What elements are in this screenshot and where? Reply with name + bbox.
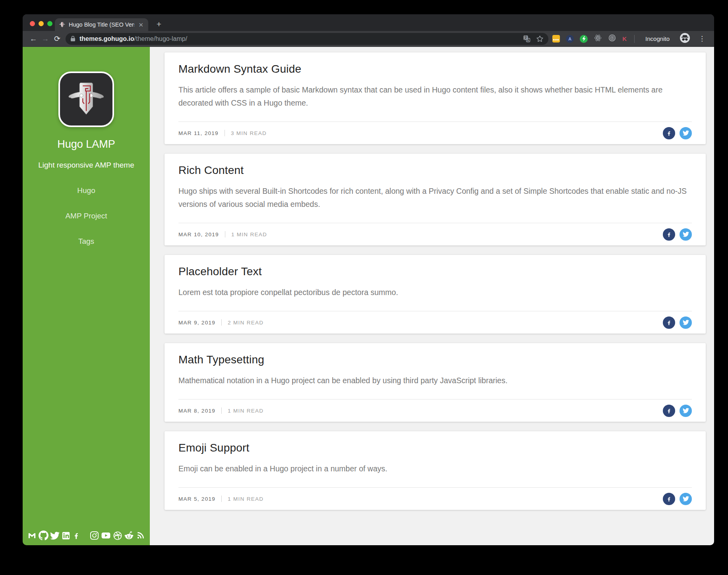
dribbble-icon[interactable] <box>113 531 122 540</box>
twitter-share-button[interactable] <box>680 493 692 505</box>
facebook-icon[interactable] <box>72 532 80 540</box>
post-title[interactable]: Rich Content <box>178 164 692 177</box>
post-card: Emoji Support Emoji can be enabled in a … <box>165 431 706 510</box>
sidebar-item-amp-project[interactable]: AMP Project <box>23 212 150 220</box>
close-tab-icon[interactable]: ✕ <box>137 21 144 29</box>
tab-bar: Hugo Blog Title (SEO Version) ✕ + <box>23 14 714 31</box>
post-read-time: 3 MIN READ <box>231 130 267 136</box>
back-button[interactable]: ← <box>27 33 39 45</box>
post-card: Placeholder Text Lorem est tota propiore… <box>165 255 706 334</box>
post-date: MAR 10, 2019 <box>178 232 219 237</box>
zoom-window-button[interactable] <box>47 21 52 26</box>
post-title[interactable]: Placeholder Text <box>178 265 692 278</box>
incognito-badge-icon <box>680 33 690 45</box>
meta-separator <box>225 231 225 237</box>
sidebar-item-hugo[interactable]: Hugo <box>23 186 150 195</box>
twitter-share-button[interactable] <box>680 127 692 139</box>
incognito-label: Incognito <box>645 35 670 42</box>
post-title[interactable]: Markdown Syntax Guide <box>178 63 692 75</box>
facebook-share-button[interactable] <box>663 127 675 139</box>
post-list: Markdown Syntax Guide This article offer… <box>150 47 714 545</box>
twitter-share-button[interactable] <box>680 316 692 329</box>
post-read-time: 1 MIN READ <box>228 496 263 502</box>
active-tab[interactable]: Hugo Blog Title (SEO Version) ✕ <box>55 18 148 31</box>
url-text: themes.gohugo.io/theme/hugo-lamp/ <box>79 35 187 42</box>
post-meta: MAR 5, 2019 1 MIN READ <box>178 488 692 510</box>
post-date: MAR 9, 2019 <box>178 320 215 326</box>
site-title: Hugo LAMP <box>23 138 150 151</box>
post-date: MAR 11, 2019 <box>178 130 219 136</box>
linkedin-icon[interactable] <box>62 531 70 540</box>
meta-separator <box>221 319 222 326</box>
translate-icon[interactable]: 文 A <box>523 35 531 42</box>
github-icon[interactable] <box>39 531 48 540</box>
minimize-window-button[interactable] <box>39 21 44 26</box>
browser-menu-icon[interactable]: ⋮ <box>696 35 708 43</box>
post-meta: MAR 10, 2019 1 MIN READ <box>178 223 692 245</box>
url-host: themes.gohugo.io <box>79 35 134 42</box>
close-window-button[interactable] <box>30 21 35 26</box>
rss-icon[interactable] <box>136 531 145 540</box>
bookmark-star-icon[interactable] <box>536 35 544 42</box>
social-links <box>23 531 150 540</box>
lock-icon <box>70 36 76 42</box>
toolbar-separator <box>634 35 635 43</box>
post-excerpt: Lorem est tota propiore conpellat pector… <box>178 286 692 299</box>
extension-a-icon[interactable]: A <box>566 35 574 43</box>
post-meta: MAR 11, 2019 3 MIN READ <box>178 122 692 144</box>
post-meta: MAR 8, 2019 1 MIN READ <box>178 399 692 422</box>
post-read-time: 1 MIN READ <box>228 408 263 414</box>
new-tab-button[interactable]: + <box>153 18 165 30</box>
post-excerpt: This article offers a sample of basic Ma… <box>178 83 692 110</box>
post-read-time: 2 MIN READ <box>228 320 263 326</box>
twitter-share-button[interactable] <box>680 228 692 241</box>
twitter-icon[interactable] <box>50 531 60 540</box>
sidebar-nav: Hugo AMP Project Tags <box>23 186 150 246</box>
twitter-share-button[interactable] <box>680 405 692 417</box>
forward-button[interactable]: → <box>39 33 51 45</box>
post-card: Rich Content Hugo ships with several Bui… <box>165 154 706 245</box>
svg-text:A: A <box>527 39 530 42</box>
extension-k-icon[interactable]: K <box>622 35 627 42</box>
lamp-favicon <box>59 21 66 28</box>
address-bar[interactable]: themes.gohugo.io/theme/hugo-lamp/ 文 A <box>66 33 548 45</box>
youtube-icon[interactable] <box>101 531 111 540</box>
facebook-share-button[interactable] <box>663 493 675 505</box>
tab-title: Hugo Blog Title (SEO Version) <box>69 21 134 28</box>
browser-toolbar: ← → ⟳ themes.gohugo.io/theme/hugo-lamp/ … <box>23 31 714 47</box>
post-meta: MAR 9, 2019 2 MIN READ <box>178 311 692 334</box>
extensions-area: ••• A <box>552 33 708 45</box>
post-date: MAR 5, 2019 <box>178 496 215 502</box>
instagram-icon[interactable] <box>90 531 99 540</box>
page-body: Hugo LAMP Light responsive AMP theme Hug… <box>23 47 714 545</box>
post-title[interactable]: Emoji Support <box>178 442 692 454</box>
extension-atom-icon[interactable] <box>594 34 602 44</box>
post-read-time: 1 MIN READ <box>231 232 267 237</box>
facebook-share-button[interactable] <box>663 228 675 241</box>
facebook-share-button[interactable] <box>663 316 675 329</box>
reddit-icon[interactable] <box>124 531 134 540</box>
url-path: /theme/hugo-lamp/ <box>134 35 187 42</box>
facebook-share-button[interactable] <box>663 405 675 417</box>
window-controls <box>30 21 52 26</box>
site-subtitle: Light responsive AMP theme <box>23 161 150 170</box>
post-excerpt: Hugo ships with several Built-in Shortco… <box>178 185 692 211</box>
meta-separator <box>221 407 222 414</box>
site-logo[interactable] <box>58 71 114 127</box>
extension-bolt-icon[interactable] <box>580 35 588 43</box>
lamp-logo-icon <box>66 79 107 120</box>
sidebar: Hugo LAMP Light responsive AMP theme Hug… <box>23 47 150 545</box>
reload-button[interactable]: ⟳ <box>51 33 63 45</box>
email-icon[interactable] <box>27 531 37 540</box>
meta-separator <box>225 130 225 136</box>
extension-dots-icon[interactable]: ••• <box>552 35 560 42</box>
post-card: Math Typesetting Mathematical notation i… <box>165 343 706 422</box>
sidebar-item-tags[interactable]: Tags <box>23 237 150 246</box>
post-title[interactable]: Math Typesetting <box>178 353 692 366</box>
post-excerpt: Mathematical notation in a Hugo project … <box>178 374 692 387</box>
post-card: Markdown Syntax Guide This article offer… <box>165 52 706 144</box>
browser-window: Hugo Blog Title (SEO Version) ✕ + ← → ⟳ … <box>23 14 714 545</box>
meta-separator <box>221 496 222 502</box>
post-excerpt: Emoji can be enabled in a Hugo project i… <box>178 462 692 475</box>
extension-target-icon[interactable] <box>608 34 616 44</box>
